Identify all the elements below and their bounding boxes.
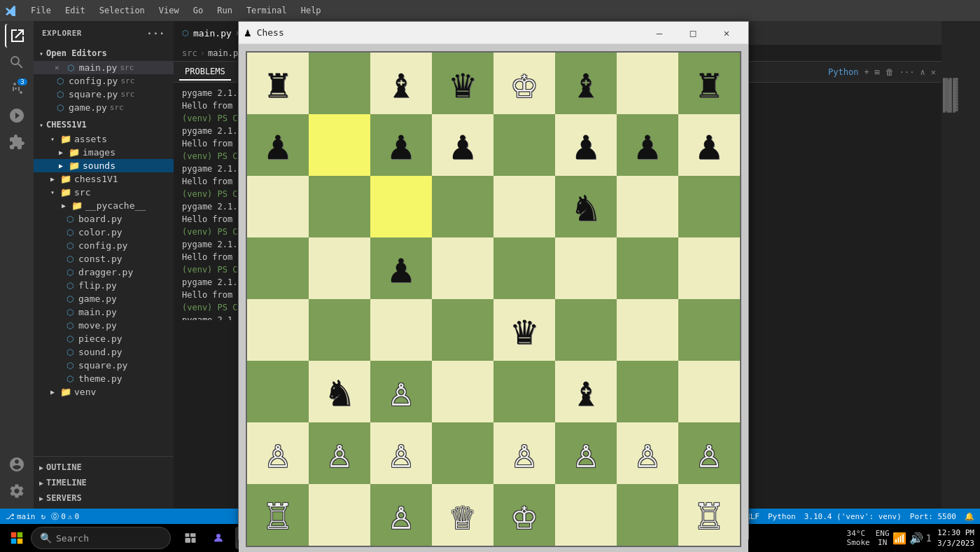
colorpy-file[interactable]: ⬡ color.py [34, 226, 174, 239]
soundpy-file[interactable]: ⬡ sound.py [34, 345, 174, 359]
sounds-folder[interactable]: ▶ 📁 sounds [34, 159, 174, 172]
source-control-icon[interactable]: 3 [5, 77, 29, 101]
taskbar-clock[interactable]: 12:30 PM 3/3/2023 [937, 527, 974, 549]
chess-cell-1-2[interactable]: ♟ [370, 114, 432, 176]
chess-cell-2-3[interactable] [432, 176, 493, 237]
draggerpy-file[interactable]: ⬡ dragger.py [34, 265, 174, 279]
menu-go[interactable]: Go [188, 4, 209, 17]
chess-cell-7-4[interactable]: ♔ [493, 484, 555, 546]
wifi-icon[interactable]: 📶 [892, 532, 906, 545]
servers-section[interactable]: ▶ SERVERS [34, 490, 174, 506]
pycache-folder[interactable]: ▶ 📁 __pycache__ [34, 199, 174, 212]
taskview-icon[interactable] [179, 527, 202, 549]
chess-cell-5-3[interactable] [432, 361, 493, 422]
menu-selection[interactable]: Selection [94, 4, 150, 17]
chess-cell-3-5[interactable] [555, 237, 617, 299]
assets-folder[interactable]: ▾ 📁 assets [34, 132, 174, 146]
taskbar-search-bar[interactable]: 🔍 Search [31, 527, 171, 549]
chess-cell-0-1[interactable] [309, 53, 370, 114]
open-editor-gamepy[interactable]: ⬡ game.py src [34, 101, 174, 114]
chess-cell-1-4[interactable] [493, 114, 555, 176]
chess-cell-2-5[interactable]: ♞ [555, 176, 617, 237]
chess-cell-3-0[interactable] [247, 237, 309, 299]
chess-cell-2-6[interactable] [617, 176, 678, 237]
menu-edit[interactable]: Edit [59, 4, 91, 17]
timeline-section[interactable]: ▶ TIMELINE [34, 475, 174, 490]
chess-cell-5-2[interactable]: ♙ [370, 361, 432, 422]
chess-cell-7-5[interactable] [555, 484, 617, 546]
chess-cell-6-6[interactable]: ♙ [617, 422, 678, 484]
chess-cell-5-5[interactable]: ♝ [555, 361, 617, 422]
themepy-file[interactable]: ⬡ theme.py [34, 372, 174, 385]
project-header[interactable]: ▾ CHESS1V1 [34, 117, 174, 132]
menu-file[interactable]: File [25, 4, 57, 17]
chess-cell-6-3[interactable] [432, 422, 493, 484]
python-ver-status[interactable]: 3.10.4 ('venv': venv) [804, 512, 902, 521]
constpy-file[interactable]: ⬡ const.py [34, 252, 174, 265]
chess-cell-1-1[interactable] [309, 114, 370, 176]
chess-cell-3-6[interactable] [617, 237, 678, 299]
chess-cell-7-0[interactable]: ♖ [247, 484, 309, 546]
terminal-more-icon[interactable]: ··· [899, 67, 915, 77]
gamepy-file[interactable]: ⬡ game.py [34, 292, 174, 305]
port-status[interactable]: Port: 5500 [910, 512, 956, 521]
search-activity-icon[interactable] [5, 50, 29, 74]
chess-cell-1-7[interactable]: ♟ [678, 114, 740, 176]
chess-cell-0-7[interactable]: ♜ [678, 53, 740, 114]
mainpy-file[interactable]: ⬡ main.py [34, 305, 174, 319]
errors-status[interactable]: ⓪ 0 ⚠ 0 [51, 511, 79, 522]
chess-cell-2-1[interactable] [309, 176, 370, 237]
chess-cell-5-4[interactable] [493, 361, 555, 422]
terminal-close-icon[interactable]: ✕ [931, 67, 936, 77]
teams-icon[interactable] [207, 527, 230, 549]
chess-cell-4-0[interactable] [247, 299, 309, 361]
configpy-file[interactable]: ⬡ config.py [34, 239, 174, 252]
chess-cell-6-1[interactable]: ♙ [309, 422, 370, 484]
chess-cell-3-2[interactable]: ♟ [370, 237, 432, 299]
account-icon[interactable] [5, 453, 29, 476]
chess-cell-6-7[interactable]: ♙ [678, 422, 740, 484]
language-status[interactable]: Python [768, 512, 796, 521]
notification-icon[interactable]: 1 [926, 532, 932, 544]
chess-cell-6-5[interactable]: ♙ [555, 422, 617, 484]
menu-terminal[interactable]: Terminal [241, 4, 293, 17]
outline-section[interactable]: ▶ OUTLINE [34, 460, 174, 475]
terminal-split-icon[interactable]: ⊞ [875, 67, 880, 77]
notification-status[interactable]: 🔔 [965, 512, 974, 521]
src-folder[interactable]: ▾ 📁 src [34, 186, 174, 199]
piecepy-file[interactable]: ⬡ piece.py [34, 332, 174, 345]
chess-cell-4-7[interactable] [678, 299, 740, 361]
menu-run[interactable]: Run [211, 4, 238, 17]
chess-cell-6-2[interactable]: ♙ [370, 422, 432, 484]
venv-folder[interactable]: ▶ 📁 venv [34, 385, 174, 399]
chess-cell-0-3[interactable]: ♛ [432, 53, 493, 114]
chess-cell-4-1[interactable] [309, 299, 370, 361]
images-folder[interactable]: ▶ 📁 images [34, 146, 174, 159]
explorer-icon[interactable] [5, 24, 29, 48]
chess-cell-7-6[interactable] [617, 484, 678, 546]
chess-cell-0-6[interactable] [617, 53, 678, 114]
chess-cell-1-5[interactable]: ♟ [555, 114, 617, 176]
squarepy-file[interactable]: ⬡ square.py [34, 359, 174, 372]
chess-cell-5-0[interactable] [247, 361, 309, 422]
chess-cell-7-2[interactable]: ♙ [370, 484, 432, 546]
chess-cell-0-0[interactable]: ♜ [247, 53, 309, 114]
chess-cell-4-3[interactable] [432, 299, 493, 361]
chess-cell-4-5[interactable] [555, 299, 617, 361]
chess-maximize-button[interactable]: □ [677, 22, 709, 44]
chess1v1-folder[interactable]: ▶ 📁 chess1V1 [34, 172, 174, 186]
language-indicator[interactable]: ENG IN [876, 529, 890, 547]
chess-cell-2-7[interactable] [678, 176, 740, 237]
start-button[interactable] [6, 527, 28, 549]
close-icon[interactable]: ✕ [55, 63, 59, 72]
chess-board[interactable]: ♜♝♛♔♝♜♟♟♟♟♟♟♞♟♛♞♙♝♙♙♙♙♙♙♙♖♙♕♔♖ [246, 51, 741, 547]
chess-cell-0-4[interactable]: ♔ [493, 53, 555, 114]
chess-cell-0-5[interactable]: ♝ [555, 53, 617, 114]
open-editor-squarepy[interactable]: ⬡ square.py src [34, 88, 174, 101]
movepy-file[interactable]: ⬡ move.py [34, 319, 174, 332]
terminal-add-icon[interactable]: + [864, 67, 869, 77]
chess-cell-5-7[interactable] [678, 361, 740, 422]
chess-cell-6-0[interactable]: ♙ [247, 422, 309, 484]
boardpy-file[interactable]: ⬡ board.py [34, 212, 174, 226]
flippy-file[interactable]: ⬡ flip.py [34, 279, 174, 292]
